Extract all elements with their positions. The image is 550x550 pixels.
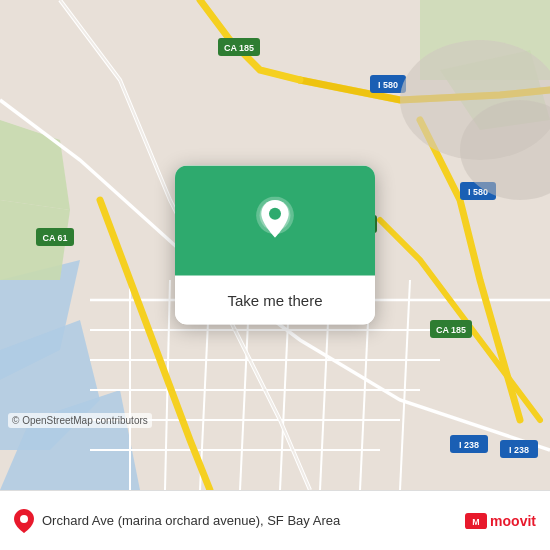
- bottom-bar: Orchard Ave (marina orchard avenue), SF …: [0, 490, 550, 550]
- moovit-text: moovit: [490, 513, 536, 529]
- location-label: Orchard Ave (marina orchard avenue), SF …: [42, 513, 457, 528]
- svg-text:I 238: I 238: [509, 445, 529, 455]
- svg-text:CA 61: CA 61: [42, 233, 67, 243]
- svg-point-44: [269, 208, 281, 220]
- svg-point-45: [20, 515, 28, 523]
- overlay-card: Take me there: [175, 166, 375, 325]
- svg-text:I 580: I 580: [378, 80, 398, 90]
- map-attribution: © OpenStreetMap contributors: [8, 413, 152, 428]
- moovit-logo: M moovit: [465, 510, 536, 532]
- svg-text:CA 185: CA 185: [436, 325, 466, 335]
- moovit-logo-icon: M: [465, 510, 487, 532]
- map-container: I 880 CA 185 CA 185 CA 185 I 580 I 580 C…: [0, 0, 550, 490]
- svg-text:I 238: I 238: [459, 440, 479, 450]
- svg-text:CA 185: CA 185: [224, 43, 254, 53]
- moovit-pin-icon: [14, 509, 34, 533]
- svg-text:M: M: [472, 516, 479, 526]
- take-me-there-button[interactable]: Take me there: [175, 276, 375, 325]
- green-header: [175, 166, 375, 276]
- location-pin-icon: [251, 197, 299, 245]
